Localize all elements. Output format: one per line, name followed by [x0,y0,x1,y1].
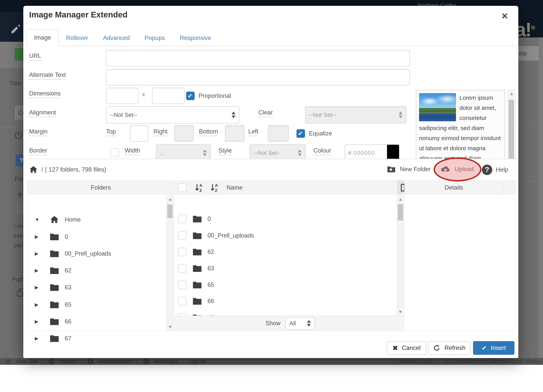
height-input[interactable] [152,88,185,104]
scrollbar-thumb[interactable] [509,100,514,165]
page-scrollbar[interactable] [538,38,543,358]
tree-item[interactable]: ▶ 00_Prell_uploads [35,248,111,260]
scroll-up-icon[interactable]: ▲ [166,197,174,202]
tree-item-label: 0 [65,233,68,240]
help-button[interactable]: ? Help [482,165,508,175]
file-row[interactable]: 65 [178,279,214,291]
editor-text-fragment: paria [14,242,23,248]
tab-image[interactable]: Image [26,29,59,46]
tree-item-label: 62 [65,267,71,274]
sort-asc-icon[interactable]: AZ [194,183,204,193]
statusbar-administrators[interactable]: Administrators [98,359,132,364]
close-icon[interactable]: ✕ [499,10,510,22]
name-header-label[interactable]: Name [226,184,243,191]
margin-left-input[interactable] [268,125,289,142]
row-checkbox[interactable] [178,215,187,223]
row-checkbox[interactable] [178,297,187,305]
save-button-fragment[interactable] [15,48,23,61]
chevron-right-icon[interactable]: ▶ [35,268,43,273]
row-checkbox[interactable] [178,281,187,289]
separator: | [137,359,138,364]
help-icon: ? [482,165,492,175]
alternate-text-input[interactable] [106,69,410,85]
tab-rollover[interactable]: Rollover [59,30,96,46]
folders-scrollbar[interactable]: ▲ ▼ [166,195,174,331]
separator: | [183,359,184,364]
margin-bottom-input[interactable] [225,125,244,142]
divider [518,124,538,125]
alignment-select[interactable]: --Not Set-- [106,106,239,123]
editor-help-icon[interactable]: ? [16,154,24,166]
details-panel-spacer [503,195,516,331]
sort-desc-icon[interactable]: AZ [209,183,220,193]
statusbar-logout[interactable]: Log out [189,359,206,364]
statusbar-messages[interactable]: Messages [154,359,178,364]
tree-item[interactable]: ▶ 0 [35,231,68,243]
select-all-checkbox[interactable] [178,183,187,192]
row-checkbox[interactable] [178,264,187,273]
chevron-right-icon[interactable]: ▶ [35,302,43,307]
scroll-up-icon[interactable]: ▲ [508,91,516,96]
margin-right-input[interactable] [174,125,194,142]
file-row[interactable]: 62 [178,246,214,258]
border-checkbox[interactable] [110,148,119,157]
tree-item[interactable]: ▶ 65 [35,299,71,311]
joomla-version: Joomla! 3.9.10 [398,359,432,364]
scroll-down-icon[interactable]: ▼ [397,309,404,314]
proportional-label: Proportional [198,92,231,100]
statusbar-view-site[interactable]: View Site [16,359,38,364]
tab-advanced[interactable]: Advanced [96,30,137,46]
chevron-right-icon[interactable]: ▶ [35,285,43,290]
chevron-right-icon[interactable]: ▶ [35,319,43,324]
tree-item-label: 00_Prell_uploads [65,250,111,257]
margin-right-label: Right [153,127,167,136]
files-scrollbar[interactable]: ▲ ▼ [397,195,404,316]
tree-item-label: 67 [65,335,71,342]
folder-icon [50,232,59,241]
chevron-right-icon[interactable]: ▶ [35,234,43,239]
format-dropdown-fragment[interactable]: For [15,176,24,183]
margin-top-input[interactable] [130,125,148,142]
chevron-down-icon[interactable]: ▼ [35,217,43,222]
show-select[interactable]: All [286,317,315,330]
new-folder-button[interactable]: New Folder [386,165,431,174]
tree-item[interactable]: ▶ 67 [35,332,71,344]
tree-item-home[interactable]: ▼ Home [35,214,81,226]
width-input[interactable] [106,88,138,104]
svg-text:Z: Z [215,188,217,193]
scrollbar-thumb[interactable] [398,204,403,221]
help-label: Help [496,166,508,173]
refresh-button[interactable]: Refresh [428,341,470,355]
equalize-checkbox[interactable] [296,129,305,138]
row-checkbox[interactable] [178,231,187,240]
file-row[interactable]: 00_Prell_uploads [178,230,254,242]
statusbar-visitors[interactable]: Visitors [59,359,77,364]
new-folder-icon [386,165,396,174]
tree-item-label: 65 [65,301,71,308]
power-toggle-icon[interactable] [14,130,23,140]
scroll-up-icon[interactable]: ▲ [397,197,404,202]
pilcrow-button-fragment[interactable]: ·¶ [16,192,22,199]
proportional-checkbox[interactable] [186,92,195,100]
insert-button[interactable]: ✔ Insert [473,341,515,355]
tree-item[interactable]: ▶ 63 [35,282,71,293]
scroll-down-icon[interactable]: ▼ [166,325,174,330]
tab-responsive[interactable]: Responsive [172,30,219,46]
clear-select[interactable]: --Not Set-- [305,106,407,123]
tab-popups[interactable]: Popups [137,30,172,46]
file-row[interactable]: 66 [178,295,214,307]
preview-scrollbar[interactable]: ▲ ▼ [508,89,516,165]
folder-icon [50,249,59,258]
tree-item[interactable]: ▶ 62 [35,265,71,276]
row-checkbox[interactable] [178,248,187,256]
tree-item[interactable]: ▶ 66 [35,315,71,328]
chevron-right-icon[interactable]: ▶ [35,251,43,256]
folders-header: Folders [27,181,175,195]
file-row[interactable]: 63 [178,262,214,274]
url-input[interactable] [106,50,410,66]
chevron-right-icon[interactable]: ▶ [35,336,43,341]
file-row[interactable]: 0 [178,213,211,225]
scrollbar-thumb[interactable] [167,204,173,218]
cancel-button[interactable]: ✖ Cancel [387,341,426,355]
home-icon[interactable] [29,165,38,174]
